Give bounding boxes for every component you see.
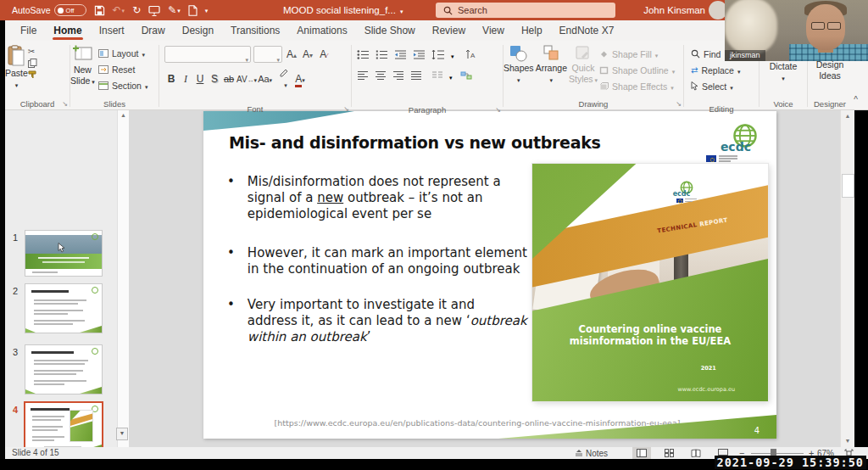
- strikethrough-button[interactable]: ab: [222, 74, 236, 84]
- quick-styles-button[interactable]: Quick Styles: [569, 41, 598, 94]
- clipboard-dialog-launcher[interactable]: [62, 100, 68, 108]
- change-case-button[interactable]: Aa: [258, 74, 272, 84]
- tab-view[interactable]: View: [474, 20, 513, 41]
- paste-button[interactable]: Paste: [5, 41, 28, 89]
- shape-effects-button[interactable]: Shape Effects: [599, 78, 675, 94]
- scroll-down-icon[interactable]: ▼: [841, 435, 854, 446]
- tab-endnote[interactable]: EndNote X7: [551, 20, 623, 41]
- account-name[interactable]: John Kinsman: [643, 0, 705, 20]
- highlight-button[interactable]: [279, 68, 292, 90]
- section-button[interactable]: Section: [98, 77, 148, 93]
- reading-view-button[interactable]: [687, 447, 705, 459]
- report-cover-image[interactable]: TECHNICAL REPORT ecdc Countering online …: [532, 164, 768, 401]
- align-center-button[interactable]: [375, 70, 387, 81]
- italic-button[interactable]: I: [179, 73, 192, 86]
- thumbnail-slide-2[interactable]: [25, 284, 102, 333]
- align-left-button[interactable]: [357, 70, 369, 81]
- scrollbar-thumb[interactable]: [842, 174, 854, 198]
- bullets-button[interactable]: [357, 49, 370, 60]
- thumbnail-scrollbar[interactable]: ▲: [117, 109, 129, 447]
- text-shadow-button[interactable]: S: [208, 73, 221, 85]
- numbering-button[interactable]: [376, 49, 388, 60]
- chevron-down-icon: [177, 0, 181, 21]
- slide-sorter-button[interactable]: [659, 447, 678, 459]
- slide-title[interactable]: Mis- and disinformation vs new outbreaks: [229, 133, 601, 152]
- tab-file[interactable]: File: [12, 20, 45, 41]
- underline-button[interactable]: U: [193, 73, 207, 85]
- font-size-combo[interactable]: [253, 46, 282, 63]
- bullet-item[interactable]: • Very important to investigate it and a…: [227, 297, 527, 345]
- character-spacing-button[interactable]: AV↔: [236, 75, 257, 84]
- line-spacing-button[interactable]: [431, 49, 445, 60]
- tab-review[interactable]: Review: [424, 20, 474, 41]
- tab-help[interactable]: Help: [513, 20, 551, 41]
- layout-button[interactable]: Layout: [98, 45, 148, 61]
- section-icon: [98, 81, 108, 90]
- search-input[interactable]: Search: [436, 3, 615, 18]
- bold-button[interactable]: B: [164, 73, 178, 85]
- customize-qat-button[interactable]: ▾: [205, 0, 209, 21]
- shapes-button[interactable]: Shapes: [504, 41, 534, 94]
- shape-fill-button[interactable]: Shape Fill: [599, 46, 675, 62]
- drawing-dialog-launcher[interactable]: [676, 100, 682, 108]
- vertical-scrollbar[interactable]: ▲ ▼: [840, 109, 854, 447]
- tab-slide-show[interactable]: Slide Show: [356, 20, 424, 41]
- arrange-button[interactable]: Arrange: [536, 41, 567, 94]
- save-button[interactable]: [94, 5, 105, 16]
- tab-design[interactable]: Design: [174, 20, 222, 41]
- start-from-beginning-button[interactable]: [148, 5, 160, 16]
- columns-button[interactable]: [431, 70, 443, 81]
- new-file-button[interactable]: [188, 5, 198, 16]
- cut-button[interactable]: ✂: [28, 47, 37, 56]
- reset-button[interactable]: Reset: [98, 61, 148, 77]
- text-direction-button[interactable]: A: [465, 49, 476, 59]
- font-color-button[interactable]: A: [293, 73, 307, 85]
- undo-icon: ↶: [113, 0, 121, 20]
- increase-indent-button[interactable]: [413, 49, 426, 60]
- tab-home[interactable]: Home: [45, 20, 90, 41]
- tab-animations[interactable]: Animations: [288, 20, 355, 41]
- document-title[interactable]: MOOD social listening_f...: [283, 0, 403, 20]
- align-right-button[interactable]: [392, 70, 404, 81]
- grow-font-button[interactable]: A▴: [285, 48, 298, 60]
- normal-view-button[interactable]: [632, 447, 651, 459]
- notes-button[interactable]: Notes: [575, 447, 608, 459]
- replace-button[interactable]: ⇄Replace: [691, 62, 759, 78]
- tab-draw[interactable]: Draw: [133, 20, 174, 41]
- font-name-combo[interactable]: [164, 46, 251, 63]
- collapse-ribbon-button[interactable]: ^: [854, 95, 858, 104]
- font-dialog-launcher[interactable]: [343, 105, 349, 113]
- format-painter-button[interactable]: [28, 70, 37, 79]
- copy-button[interactable]: [28, 59, 37, 68]
- justify-button[interactable]: [410, 70, 422, 81]
- undo-button[interactable]: ↶: [113, 0, 125, 21]
- select-button[interactable]: Select: [691, 78, 759, 94]
- thumbnail-slide-3[interactable]: [25, 345, 102, 394]
- autosave-toggle[interactable]: AutoSave Off: [12, 4, 86, 16]
- scroll-up-icon[interactable]: ▲: [118, 109, 129, 120]
- slide-canvas[interactable]: Mis- and disinformation vs new outbreaks…: [203, 111, 776, 439]
- new-slide-button[interactable]: New Slide: [70, 41, 95, 93]
- shrink-font-button[interactable]: A▾: [301, 48, 314, 60]
- bullet-item[interactable]: • Mis/disinformation does not represent …: [227, 174, 527, 222]
- thumbnail-slide-1[interactable]: [25, 231, 102, 276]
- thumbnail-scroll-down-button[interactable]: ▼: [116, 428, 128, 440]
- shape-outline-button[interactable]: Shape Outline: [599, 62, 675, 78]
- autosave-switch[interactable]: Off: [54, 4, 86, 16]
- convert-smartart-button[interactable]: [460, 70, 472, 81]
- bullet-marker: •: [227, 297, 235, 345]
- tab-transitions[interactable]: Transitions: [222, 20, 288, 41]
- ink-button[interactable]: ✎: [168, 0, 181, 21]
- slide-body-text[interactable]: • Mis/disinformation does not represent …: [227, 174, 527, 345]
- bullet-item[interactable]: • However, it can mark an important elem…: [227, 245, 527, 277]
- redo-button[interactable]: ↻: [132, 0, 141, 20]
- thumbnail-slide-4-current[interactable]: [25, 403, 102, 447]
- decrease-indent-button[interactable]: [394, 49, 407, 60]
- clear-formatting-button[interactable]: A⁄: [317, 48, 331, 60]
- paragraph-dialog-launcher[interactable]: [495, 106, 501, 114]
- tab-insert[interactable]: Insert: [91, 20, 133, 41]
- thumbnail-number: 1: [13, 232, 18, 243]
- zoom-slider[interactable]: [751, 453, 804, 455]
- bullet-marker: •: [227, 174, 235, 222]
- scroll-up-icon[interactable]: ▲: [841, 110, 854, 121]
